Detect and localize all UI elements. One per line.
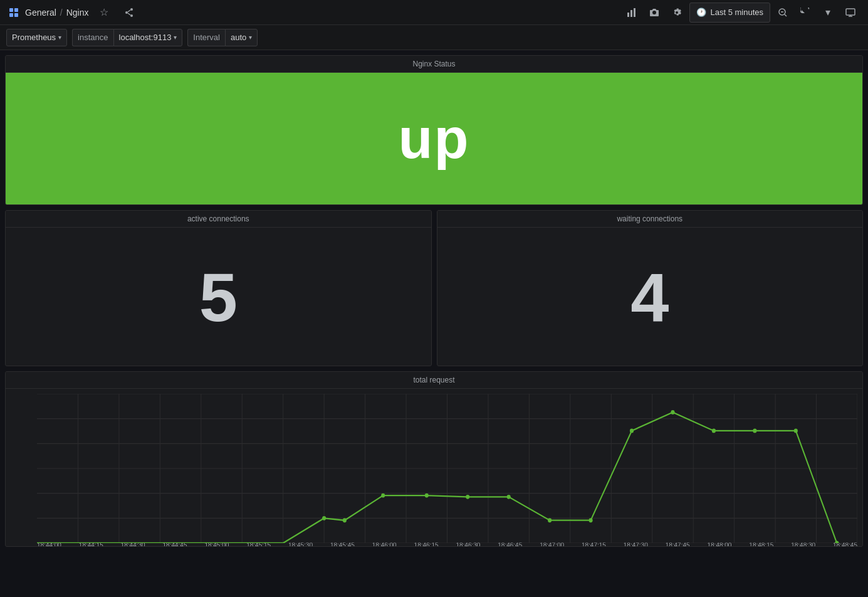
svg-rect-11 xyxy=(634,8,635,17)
svg-line-8 xyxy=(128,13,130,15)
instance-chevron: ▾ xyxy=(174,34,177,41)
svg-point-47 xyxy=(343,518,347,522)
time-range-label: Last 5 minutes xyxy=(710,8,763,17)
svg-point-52 xyxy=(548,518,552,522)
chart-area: 0 2 4 6 8 10 12 xyxy=(6,389,862,543)
svg-point-4 xyxy=(130,8,133,11)
svg-rect-0 xyxy=(9,8,13,12)
prometheus-label: Prometheus xyxy=(12,33,56,42)
share-button[interactable] xyxy=(119,3,139,23)
instance-label: instance xyxy=(72,29,113,46)
instance-value[interactable]: localhost:9113 ▾ xyxy=(113,29,183,46)
breadcrumb-current: Nginx xyxy=(66,8,89,18)
nginx-status-title: Nginx Status xyxy=(6,56,862,73)
toolbar: Prometheus ▾ instance localhost:9113 ▾ I… xyxy=(0,25,868,50)
svg-marker-15 xyxy=(802,10,805,13)
svg-point-55 xyxy=(671,410,674,415)
svg-point-48 xyxy=(381,494,385,498)
breadcrumb: General / Nginx xyxy=(25,8,89,18)
nginx-status-panel: Nginx Status up xyxy=(5,55,863,205)
zoom-out-button[interactable] xyxy=(773,3,793,23)
svg-point-51 xyxy=(507,495,511,499)
svg-line-14 xyxy=(785,14,787,16)
main-content: Nginx Status up active connections 5 wai… xyxy=(0,50,868,552)
svg-point-6 xyxy=(130,14,133,17)
chevron-down-button[interactable]: ▾ xyxy=(818,3,838,23)
interval-selector: Interval auto ▾ xyxy=(187,29,258,46)
tv-mode-button[interactable] xyxy=(840,3,860,23)
svg-point-49 xyxy=(425,494,429,498)
active-connections-title: active connections xyxy=(6,211,431,228)
stats-row: active connections 5 waiting connections… xyxy=(5,210,863,366)
camera-button[interactable] xyxy=(644,3,664,23)
topbar: General / Nginx ☆ 🕐 Last 5 min xyxy=(0,0,868,25)
waiting-connections-title: waiting connections xyxy=(437,211,863,228)
svg-rect-16 xyxy=(846,9,855,15)
svg-line-7 xyxy=(128,10,130,12)
svg-point-53 xyxy=(589,518,593,522)
interval-label: Interval xyxy=(187,29,225,46)
svg-point-57 xyxy=(753,429,756,433)
interval-chevron: ▾ xyxy=(249,34,252,41)
prometheus-dropdown[interactable]: Prometheus ▾ xyxy=(6,29,67,46)
svg-rect-3 xyxy=(14,13,18,17)
settings-button[interactable] xyxy=(667,3,687,23)
star-button[interactable]: ☆ xyxy=(94,3,114,23)
grid-icon[interactable] xyxy=(8,6,20,19)
svg-point-50 xyxy=(466,495,469,499)
breadcrumb-separator: / xyxy=(60,8,63,18)
topbar-actions: 🕐 Last 5 minutes ▾ xyxy=(622,3,860,23)
svg-point-56 xyxy=(712,429,716,433)
waiting-connections-display: 4 xyxy=(437,228,863,366)
waiting-connections-value: 4 xyxy=(630,257,669,337)
svg-point-54 xyxy=(630,429,634,433)
nginx-status-value: up xyxy=(399,107,470,171)
clock-icon: 🕐 xyxy=(696,8,706,17)
svg-rect-10 xyxy=(630,10,632,17)
time-range-picker[interactable]: 🕐 Last 5 minutes xyxy=(689,3,770,23)
chart-svg: 0 2 4 6 8 10 12 xyxy=(37,394,857,543)
active-connections-panel: active connections 5 xyxy=(5,210,432,366)
bar-chart-button[interactable] xyxy=(622,3,642,23)
refresh-button[interactable] xyxy=(795,3,815,23)
nginx-status-display: up xyxy=(6,73,862,204)
instance-selector: instance localhost:9113 ▾ xyxy=(72,29,182,46)
active-connections-display: 5 xyxy=(6,228,431,366)
svg-rect-2 xyxy=(9,13,13,17)
breadcrumb-root[interactable]: General xyxy=(25,8,56,18)
svg-rect-1 xyxy=(14,8,18,12)
active-connections-value: 5 xyxy=(199,257,238,337)
total-request-title: total request xyxy=(6,372,862,389)
svg-point-46 xyxy=(322,516,326,520)
interval-value[interactable]: auto ▾ xyxy=(225,29,258,46)
total-request-panel: total request xyxy=(5,371,863,547)
svg-point-5 xyxy=(125,11,128,14)
prometheus-chevron: ▾ xyxy=(58,34,61,41)
waiting-connections-panel: waiting connections 4 xyxy=(437,210,864,366)
svg-rect-9 xyxy=(627,13,629,17)
svg-point-58 xyxy=(794,429,798,433)
